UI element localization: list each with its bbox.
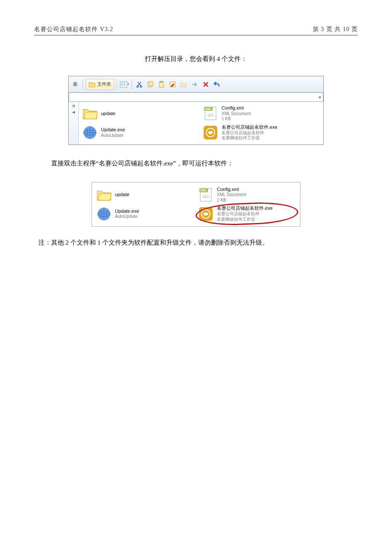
svg-text:</>: </> <box>202 194 209 199</box>
svg-rect-2 <box>124 82 125 84</box>
svg-point-5 <box>137 86 138 87</box>
svg-rect-9 <box>159 82 164 87</box>
svg-rect-3 <box>121 84 123 86</box>
forward-icon[interactable] <box>190 80 199 89</box>
svg-point-27 <box>202 210 210 218</box>
header-pagenum: 第 3 页 共 10 页 <box>313 26 358 33</box>
app-icon <box>198 206 213 222</box>
undo-icon[interactable] <box>212 80 222 89</box>
separator <box>117 79 117 90</box>
file-subtitle: XML Document <box>217 192 246 198</box>
copy-icon[interactable] <box>146 80 155 89</box>
file-title: Config.xml <box>217 187 246 193</box>
svg-rect-1 <box>121 82 123 84</box>
file-size: 1 KB <box>217 198 246 203</box>
paste-icon[interactable] <box>157 80 166 89</box>
side-panel: ✕ ◀ <box>69 102 79 145</box>
folder-icon <box>89 81 95 87</box>
edit-icon[interactable] <box>168 80 177 89</box>
xml-file-icon: XML</> <box>203 106 218 121</box>
folder-icon <box>96 187 112 202</box>
folder-icon <box>82 106 98 121</box>
file-subtitle: 名赛公司店铺起名软件 <box>217 211 273 217</box>
file-item-config-xml[interactable]: XML</> Config.xml XML Document 1 KB <box>198 187 296 203</box>
separator <box>132 79 132 90</box>
file-item-config-xml[interactable]: XML</> Config.xml XML Document 1 KB <box>203 105 319 122</box>
close-panel-icon[interactable]: ✕ <box>72 104 75 108</box>
file-title: 名赛公司店铺起名软件.exe <box>217 205 273 211</box>
globe-icon <box>96 206 112 222</box>
svg-text:XML: XML <box>200 189 207 192</box>
file-item-main-exe[interactable]: 名赛公司店铺起名软件.exe 名赛公司店铺起名软件 名赛网络软件工作室 <box>203 124 319 141</box>
intro-text: 打开解压目录，您会看到 4 个文件： <box>34 55 358 63</box>
delete-icon[interactable] <box>201 80 210 89</box>
toolbar: 索 文件夹 ▾ <box>69 76 323 92</box>
new-folder-icon[interactable] <box>179 80 188 89</box>
file-title: 名赛公司店铺起名软件.exe <box>222 124 277 130</box>
explorer-window-1: 索 文件夹 ▾ ▾ ✕ ◀ <box>68 76 324 145</box>
file-subtitle: XML Document <box>222 111 251 117</box>
file-subtitle: AutoUpdate <box>101 133 125 139</box>
search-button-fragment[interactable]: 索 <box>70 79 80 89</box>
file-item-update-exe[interactable]: Update.exe AutoUpdate <box>96 205 194 222</box>
explorer-window-2: update XML</> Config.xml XML Document 1 … <box>92 182 300 227</box>
xml-file-icon: XML</> <box>198 187 213 202</box>
svg-rect-8 <box>149 81 153 86</box>
file-item-update-folder[interactable]: update <box>82 105 199 122</box>
svg-point-6 <box>140 86 142 87</box>
file-title: Update.exe <box>115 208 139 214</box>
app-icon <box>203 125 218 140</box>
file-title: update <box>101 111 115 117</box>
folders-button[interactable]: 文件夹 <box>86 79 114 90</box>
separator <box>83 79 83 90</box>
file-subtitle: 名赛公司店铺起名软件 <box>222 130 277 136</box>
note-text: 注：其他 2 个文件和 1 个文件夹为软件配置和升级文件，请勿删除否则无法升级。 <box>38 239 354 247</box>
page-header: 名赛公司店铺起名软件 V3.2 第 3 页 共 10 页 <box>34 26 358 35</box>
file-item-main-exe-highlighted[interactable]: 名赛公司店铺起名软件.exe 名赛公司店铺起名软件 名赛网络软件工作室 <box>198 205 296 222</box>
file-grid: update XML</> Config.xml XML Document 1 … <box>79 102 323 145</box>
dropdown-icon[interactable]: ▾ <box>319 95 321 100</box>
explorer-body: ✕ ◀ update XML</> Config.xml XML Documen… <box>69 102 323 145</box>
views-icon[interactable]: ▾ <box>120 80 129 89</box>
file-subtitle-2: 名赛网络软件工作室 <box>217 217 273 223</box>
svg-rect-10 <box>160 81 163 82</box>
globe-icon <box>82 125 98 140</box>
cut-icon[interactable] <box>135 80 144 89</box>
svg-rect-4 <box>124 84 125 86</box>
svg-text:</>: </> <box>207 113 214 118</box>
panel-arrow-icon[interactable]: ◀ <box>72 110 75 114</box>
folders-label: 文件夹 <box>97 81 111 87</box>
body-text-2: 直接双击主程序“名赛公司店铺起名软件.exe”，即可运行本软件： <box>51 158 341 169</box>
svg-text:XML: XML <box>205 107 212 110</box>
file-title: Update.exe <box>101 127 125 133</box>
header-title: 名赛公司店铺起名软件 V3.2 <box>34 26 113 33</box>
file-item-update-folder[interactable]: update <box>96 187 194 203</box>
file-size: 1 KB <box>222 116 251 122</box>
file-title: Config.xml <box>222 105 251 111</box>
file-item-update-exe[interactable]: Update.exe AutoUpdate <box>82 124 199 141</box>
address-bar[interactable]: ▾ <box>69 92 323 102</box>
file-subtitle: AutoUpdate <box>115 214 139 220</box>
file-title: update <box>115 192 130 198</box>
svg-rect-26 <box>199 207 213 221</box>
document-page: 名赛公司店铺起名软件 V3.2 第 3 页 共 10 页 打开解压目录，您会看到… <box>0 0 392 272</box>
file-subtitle-2: 名赛网络软件工作室 <box>222 136 277 141</box>
